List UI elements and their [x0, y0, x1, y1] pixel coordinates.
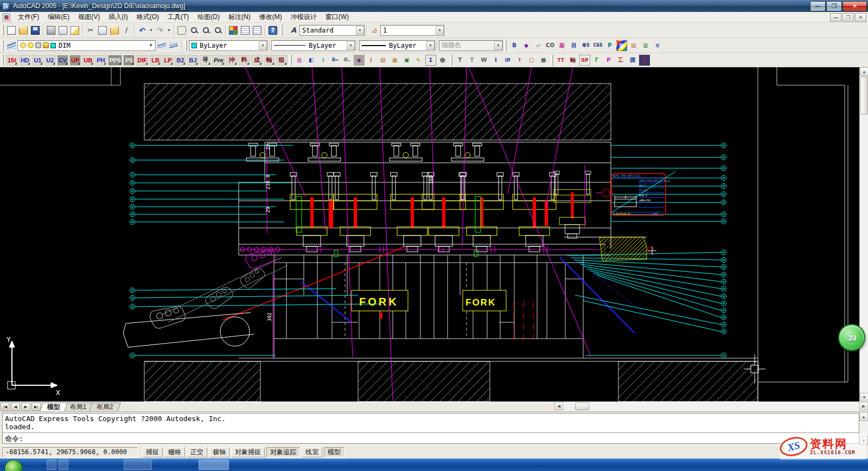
open-button[interactable] [17, 24, 29, 36]
polar-toggle[interactable]: 极轴 [209, 447, 229, 457]
taskbar-app-button[interactable] [124, 460, 152, 470]
taskbar-icon[interactable] [59, 460, 68, 470]
zoom-previous-button[interactable] [212, 24, 224, 36]
tt-tool-button[interactable]: TT [556, 55, 566, 66]
ip-tool-button[interactable]: IP [502, 55, 513, 66]
taskbar-active-app-button[interactable] [199, 460, 229, 470]
co-tool-button[interactable]: CO [545, 40, 556, 51]
menu-window[interactable]: 窗口(W) [321, 11, 353, 23]
plus-circle-tool-button[interactable]: ⊕ [437, 55, 448, 66]
die-tool-p5[interactable]: P5 [123, 55, 135, 66]
hscrollbar-thumb[interactable] [575, 403, 589, 410]
match-properties-button[interactable]: ∕ [120, 24, 132, 36]
toolbar-grip[interactable] [280, 25, 283, 36]
tab-layout2[interactable]: 布局2 [89, 403, 120, 411]
die-tool-group[interactable]: 组 [276, 55, 288, 66]
lineweight-combo[interactable]: ByLayer ▼ [359, 40, 435, 51]
combo-arrow-icon[interactable]: ▼ [436, 26, 444, 35]
dim-style-button[interactable]: ⊿ [368, 24, 380, 36]
layer-stack-tool-button[interactable]: ≡ [652, 40, 663, 51]
layer-combo[interactable]: DIM ▼ [17, 40, 156, 51]
drawing-file-icon[interactable] [3, 14, 10, 21]
die-tool-lp[interactable]: LP [162, 55, 174, 66]
sheetset-button[interactable] [251, 24, 263, 36]
point-style-tool-button[interactable]: ⋮ [318, 55, 329, 66]
drawing-viewport[interactable]: FORK FORK [0, 67, 868, 402]
pick-tool-button[interactable]: ↖ [413, 55, 424, 66]
vertical-scrollbar[interactable]: ▲ ▼ [859, 67, 868, 402]
die-tool-pre[interactable]: Pre [212, 55, 225, 66]
scroll-up-icon[interactable]: ▲ [860, 67, 868, 76]
windows-taskbar[interactable] [0, 459, 868, 471]
screw-tool-button[interactable]: I [490, 55, 501, 66]
save-button[interactable] [29, 24, 41, 36]
publish-button[interactable] [69, 24, 81, 36]
die-tool-cv[interactable]: CV [57, 55, 68, 66]
die-tool-hd[interactable]: HD [19, 55, 31, 66]
tab-prev-button[interactable]: ◀ [11, 403, 20, 411]
color-palette-tool-button[interactable]: ▦ [616, 40, 627, 51]
toolbar-grip[interactable] [290, 55, 292, 66]
combo-arrow-icon[interactable]: ▼ [347, 41, 355, 50]
toolbar-grip[interactable] [2, 25, 4, 36]
layer-lock-icon[interactable] [43, 42, 49, 48]
die-tool-form[interactable]: 成 [251, 55, 263, 66]
book-tool-button[interactable]: ◧ [306, 55, 317, 66]
measure-tool-button[interactable]: ▥ [294, 55, 305, 66]
designcenter-button[interactable] [239, 24, 251, 36]
redo-dropdown[interactable]: ▼ [166, 25, 172, 36]
die-tool-up[interactable]: UP [69, 55, 81, 66]
snap-toggle[interactable]: 捕捉 [142, 447, 163, 457]
unit-tool-button[interactable]: 單S [580, 40, 591, 51]
menu-format[interactable]: 格式(O) [132, 11, 163, 23]
command-line-window[interactable]: AutoCAD Express Tools Copyright ?2000 Au… [0, 411, 868, 445]
toolbar-grip[interactable] [185, 40, 187, 51]
lift-tool-button[interactable]: ↑ [514, 55, 525, 66]
coordinate-readout[interactable]: -68156.5741, 29675.9068, 0.0000 [2, 447, 138, 457]
die-tool-find[interactable]: 寻 [200, 55, 211, 66]
copy-button[interactable] [97, 24, 108, 36]
painter-tool-button[interactable]: P [604, 40, 615, 51]
redo-button[interactable]: ↷ [154, 24, 166, 36]
menu-draw[interactable]: 绘图(D) [193, 11, 224, 23]
menu-modify[interactable]: 修改(M) [255, 11, 286, 23]
combo-arrow-icon[interactable]: ▼ [426, 41, 435, 50]
die-tool-punch[interactable]: 沖 [226, 55, 238, 66]
die-tool-b2[interactable]: B2 [175, 55, 186, 66]
scrollbar-thumb[interactable] [860, 77, 868, 114]
die-tool-pp5[interactable]: PP5 [108, 55, 123, 66]
axis-tool-button[interactable]: 軸 [567, 55, 578, 66]
door-tool-button[interactable]: ▣ [401, 55, 412, 66]
scroll-down-icon[interactable]: ▼ [860, 393, 868, 402]
array-tool-button[interactable]: 8↔ [330, 55, 341, 66]
die-tool-axis[interactable]: 軸 [264, 55, 275, 66]
scroll-left-icon[interactable]: ◀ [554, 402, 563, 410]
layer-manager-button[interactable] [5, 40, 17, 52]
new-button[interactable] [5, 24, 17, 36]
combo-arrow-icon[interactable]: ▼ [149, 43, 153, 48]
punch-a-tool-button[interactable]: T [455, 55, 465, 66]
layer-list-tool-button[interactable]: ▥ [640, 40, 651, 51]
toolbar-grip[interactable] [551, 55, 553, 66]
sp-tool-button[interactable]: SP [579, 55, 590, 66]
combo-arrow-icon[interactable]: ▼ [356, 26, 364, 35]
dim-style-combo[interactable]: 1 ▼ [380, 25, 444, 36]
die-tool-ph[interactable]: PH [95, 55, 106, 66]
mdi-restore-button[interactable]: ❐ [843, 13, 854, 22]
restore-button[interactable]: ❐ [826, 1, 842, 11]
close-button[interactable]: ✕ [843, 1, 867, 11]
tab-next-button[interactable]: ▶ [21, 403, 30, 411]
text-style-button[interactable]: A [288, 24, 299, 36]
cut-button[interactable]: ✂ [85, 24, 97, 36]
menu-insert[interactable]: 插入(I) [104, 11, 132, 23]
menu-die-design[interactable]: 冲模设计 [286, 11, 321, 23]
punch-b-tool-button[interactable]: T [467, 55, 477, 66]
layer-previous-button[interactable] [168, 40, 180, 52]
toolbar-grip[interactable] [2, 40, 4, 51]
zoom-window-button[interactable] [200, 24, 212, 36]
clipboard-tool-button[interactable]: ▦ [390, 55, 400, 66]
throw-tool-button[interactable]: 掷 [627, 55, 638, 66]
tab-last-button[interactable]: ▶| [31, 403, 41, 411]
magenta-p-tool-button[interactable]: P [603, 55, 614, 66]
ortho-toggle[interactable]: 正交 [187, 447, 207, 457]
